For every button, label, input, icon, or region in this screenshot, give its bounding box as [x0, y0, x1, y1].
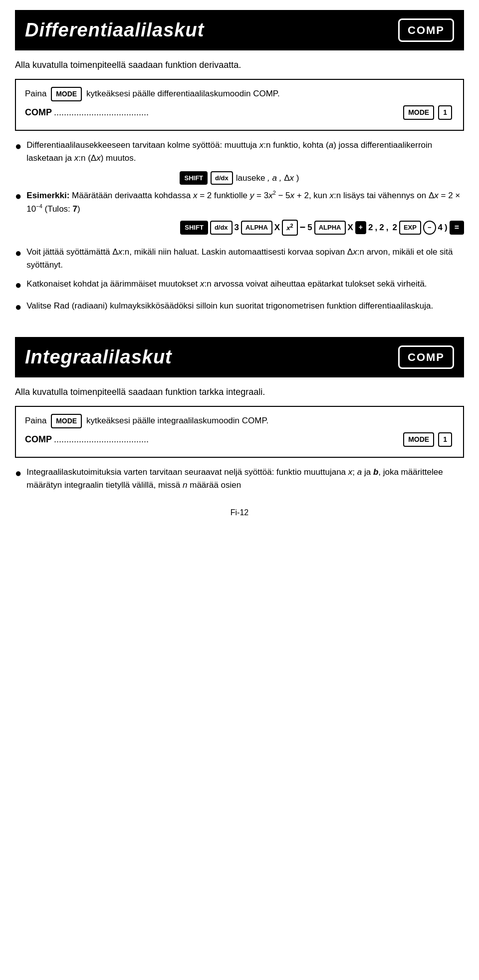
differential-comp-badge: COMP: [398, 18, 454, 42]
key-4: 4: [438, 221, 443, 234]
page-content: Differentiaalilaskut COMP Alla kuvatulla…: [0, 0, 479, 529]
key-shift-ex: SHIFT: [180, 221, 208, 235]
differential-example: ● Esimerkki: Määrätään derivaatta kohdas…: [15, 189, 464, 239]
mode-number-int: 1: [438, 432, 452, 447]
key-sequence-row: SHIFT d/dx 3 ALPHA X x2 − 5 ALPHA X + 2 …: [26, 220, 464, 235]
differential-bullet1: ● Differentiaalilausekkeeseen tarvitaan …: [15, 139, 464, 165]
integral-title: Integraalilaskut: [25, 343, 172, 371]
integral-info-box: Paina MODE kytkeäksesi päälle integraali…: [15, 406, 464, 458]
differential-subtitle: Alla kuvatulla toimenpiteellä saadaan fu…: [15, 58, 464, 72]
bullet-dot-2: ●: [15, 245, 21, 262]
integral-comp-badge: COMP: [398, 345, 454, 369]
mode-badge-diff: MODE: [51, 87, 82, 101]
integral-bullet1-text: Integraalilaskutoimituksia varten tarvit…: [26, 466, 464, 492]
key-5: 5: [307, 221, 312, 234]
integral-dots: ......................................: [54, 433, 399, 446]
key-plus: +: [355, 221, 366, 234]
differential-bullet1-text: Differentiaalilausekkeeseen tarvitaan ko…: [26, 139, 464, 165]
differential-bullet2: ● Voit jättää syöttämättä Δx:n, mikäli n…: [15, 246, 464, 272]
key-comma1: ,: [375, 221, 378, 234]
key-minus: −: [300, 220, 306, 235]
bullet-dot-1: ●: [15, 138, 21, 155]
differential-info-box: Paina MODE kytkeäksesi päälle differenti…: [15, 79, 464, 131]
differential-header: Differentiaalilaskut COMP: [15, 10, 464, 50]
key-xsq: x2: [282, 220, 297, 235]
key-rparen: ): [445, 221, 448, 234]
integral-comp-label: COMP: [25, 433, 52, 446]
key-2c: 2: [392, 221, 397, 234]
bullet-dot-ex: ●: [15, 188, 21, 205]
differential-title: Differentiaalilaskut: [25, 16, 204, 44]
differential-bullet2-text: Voit jättää syöttämättä Δx:n, mikäli nii…: [26, 246, 464, 272]
mode-badge-diff-2: MODE: [403, 105, 434, 120]
integral-bullet-dot-1: ●: [15, 465, 21, 482]
ddx-key: d/dx: [211, 171, 233, 185]
example-content: Esimerkki: Määrätään derivaatta kohdassa…: [26, 189, 464, 239]
differential-comp-label: COMP: [25, 106, 52, 119]
key-x: X: [274, 221, 280, 234]
key-alpha: ALPHA: [241, 221, 272, 235]
key-comma2: ,: [386, 221, 389, 234]
differential-bullet3: ● Katkonaiset kohdat ja äärimmäiset muut…: [15, 278, 464, 294]
shift-key: SHIFT: [180, 171, 208, 185]
formula-key-line: SHIFT d/dx lauseke , a , Δx ): [15, 171, 464, 185]
key-ddx-ex: d/dx: [210, 221, 233, 235]
mode-badge-int-2: MODE: [403, 432, 434, 447]
differential-bullet4-text: Valitse Rad (radiaani) kulmayksikkösäädö…: [26, 300, 464, 313]
bullet-dot-4: ●: [15, 299, 21, 316]
key-alpha2: ALPHA: [314, 221, 346, 235]
differential-bullet3-text: Katkonaiset kohdat ja äärimmäiset muutok…: [26, 278, 464, 291]
mode-number-diff: 1: [438, 105, 452, 120]
bullet-dot-3: ●: [15, 277, 21, 294]
integral-subtitle: Alla kuvatulla toimenpiteellä saadaan fu…: [15, 385, 464, 399]
example-label: Esimerkki:: [26, 191, 69, 200]
differential-bullet4: ● Valitse Rad (radiaani) kulmayksikkösää…: [15, 300, 464, 316]
differential-comp-row: COMP ...................................…: [25, 105, 454, 120]
differential-dots: ......................................: [54, 106, 399, 119]
formula-text: lauseke , a , Δx ): [236, 172, 299, 185]
key-2b: 2: [379, 221, 384, 234]
key-3: 3: [235, 221, 239, 234]
key-2a: 2: [368, 221, 373, 234]
integral-comp-row: COMP ...................................…: [25, 432, 454, 447]
integral-header: Integraalilaskut COMP: [15, 337, 464, 377]
key-exp: EXP: [399, 221, 421, 235]
page-number: Fi-12: [231, 508, 248, 517]
key-eq: =: [450, 221, 464, 235]
page-footer: Fi-12: [15, 507, 464, 519]
differential-mode-intro: Paina MODE kytkeäksesi päälle differenti…: [25, 87, 454, 101]
integral-bullet1: ● Integraalilaskutoimituksia varten tarv…: [15, 466, 464, 492]
mode-badge-int: MODE: [51, 414, 82, 428]
section-gap: [15, 322, 464, 337]
integral-mode-intro: Paina MODE kytkeäksesi päälle integraali…: [25, 414, 454, 428]
key-x2: X: [348, 221, 353, 234]
key-minus-circle: −: [423, 221, 436, 235]
